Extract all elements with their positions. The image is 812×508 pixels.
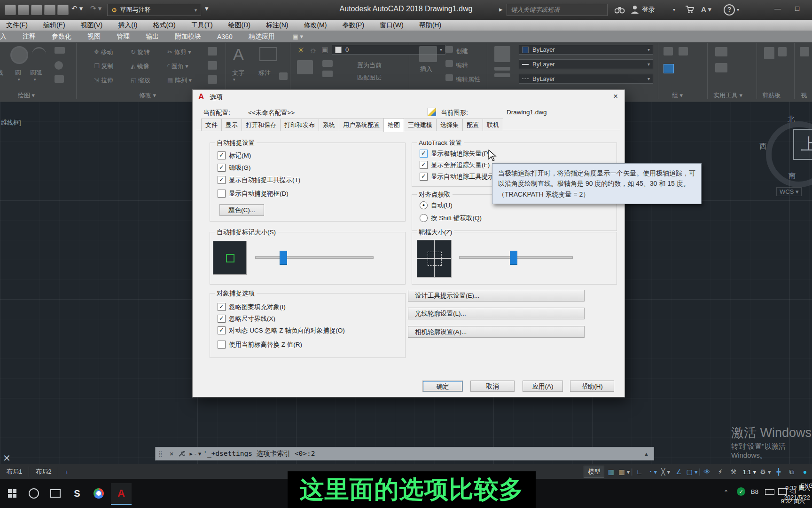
menu-edit[interactable]: 编辑(E) bbox=[37, 21, 75, 30]
viewcube-north[interactable]: 北 bbox=[788, 115, 795, 124]
viewcube-up-face[interactable]: 上 bbox=[793, 129, 812, 160]
model-space-button[interactable]: 模型 bbox=[584, 466, 604, 478]
line-tool-label[interactable]: 线 bbox=[0, 69, 3, 77]
fillet-tool[interactable]: ◜ 圆角 ▾ bbox=[167, 62, 188, 71]
ungroup-icon[interactable] bbox=[679, 47, 688, 56]
magnet-checkbox[interactable]: ✓ bbox=[218, 164, 226, 172]
design-tooltip-settings-button[interactable]: 设计工具提示设置(E)... bbox=[408, 290, 585, 302]
menu-modify[interactable]: 修改(M) bbox=[297, 21, 336, 30]
circle-tool-label[interactable]: 圆 bbox=[15, 69, 21, 77]
object-snap-tracking-icon[interactable]: ∠ bbox=[673, 467, 685, 477]
viewcube-west[interactable]: 西 bbox=[759, 142, 766, 151]
autoscale-icon[interactable]: ⚡ bbox=[714, 467, 726, 477]
measure-icon[interactable] bbox=[715, 47, 727, 56]
menu-view[interactable]: 视图(V) bbox=[75, 21, 112, 30]
tab-user-preferences[interactable]: 用户系统配置 bbox=[339, 119, 384, 131]
dimension-tool-icon[interactable] bbox=[259, 47, 277, 61]
layer-isolate-icon[interactable] bbox=[322, 71, 333, 77]
draw-panel-label[interactable]: 绘图 ▾ bbox=[18, 91, 35, 100]
trim-tool[interactable]: ✂ 修剪 ▾ bbox=[167, 48, 191, 56]
menu-tools[interactable]: 工具(T) bbox=[185, 21, 222, 30]
polar-tracking-icon[interactable]: ◔ ▾ bbox=[647, 467, 659, 477]
help-chevron-icon[interactable]: ▾ bbox=[737, 7, 739, 12]
autosnap-tooltip-checkbox[interactable]: ✓ bbox=[218, 176, 226, 184]
marker-size-slider-thumb[interactable] bbox=[280, 251, 287, 265]
menu-file[interactable]: 文件(F) bbox=[0, 21, 37, 30]
ribbon-tab-output[interactable]: 输出 bbox=[141, 32, 170, 41]
copy-tool[interactable]: ❐ 复制 bbox=[94, 62, 113, 71]
rectangle-tool-icon[interactable] bbox=[55, 47, 65, 54]
viewcube-south[interactable]: 南 bbox=[789, 171, 796, 180]
tab-profiles[interactable]: 配置 bbox=[462, 119, 483, 131]
ignore-hatch-checkbox[interactable]: ✓ bbox=[218, 303, 226, 311]
menu-draw[interactable]: 绘图(D) bbox=[222, 21, 260, 30]
tab-selection[interactable]: 选择集 bbox=[436, 119, 463, 131]
layout2-tab[interactable]: 布局2 bbox=[29, 467, 58, 477]
cancel-button[interactable]: 取消 bbox=[470, 381, 515, 392]
autotrack-tooltip-checkbox[interactable]: ✓ bbox=[420, 173, 428, 181]
replace-z-checkbox[interactable] bbox=[218, 341, 226, 349]
auto-radio[interactable]: ● bbox=[420, 201, 428, 209]
ribbon-tab-insert[interactable]: 插入 bbox=[0, 32, 18, 41]
tab-online[interactable]: 联机 bbox=[483, 119, 503, 131]
mirror-tool[interactable]: ◭ 镜像 bbox=[131, 62, 149, 71]
menu-dimension[interactable]: 标注(N) bbox=[260, 21, 297, 30]
tab-drafting[interactable]: 绘图 bbox=[383, 118, 404, 132]
layer-properties-icon[interactable] bbox=[297, 60, 313, 74]
start-button[interactable] bbox=[2, 483, 23, 504]
clean-screen-icon[interactable]: ● bbox=[799, 467, 811, 477]
menu-insert[interactable]: 插入(I) bbox=[112, 21, 147, 30]
command-close-icon[interactable]: × bbox=[170, 450, 174, 458]
lineweight-icon[interactable] bbox=[494, 67, 510, 71]
marker-checkbox[interactable]: ✓ bbox=[218, 151, 226, 159]
maximize-button[interactable]: □ bbox=[795, 4, 799, 12]
grid-display-icon[interactable]: ▦ bbox=[605, 467, 617, 477]
light-glyph-settings-button[interactable]: 光线轮廓设置(L)... bbox=[408, 308, 585, 319]
ribbon-tab-addins[interactable]: 附加模块 bbox=[170, 32, 212, 41]
erase-tool-icon[interactable] bbox=[208, 47, 217, 56]
fullscreen-tracking-checkbox[interactable]: ✓ bbox=[420, 161, 428, 169]
annotation-visibility-icon[interactable]: 👁 bbox=[701, 467, 713, 477]
minimize-button[interactable]: — bbox=[774, 5, 781, 12]
layer-freeze-icon[interactable]: ☼ bbox=[309, 45, 317, 55]
help-button[interactable]: 帮助(H) bbox=[570, 381, 614, 392]
scale-tool[interactable]: ◱ 缩放 bbox=[131, 76, 150, 85]
help-icon[interactable]: ? bbox=[724, 4, 735, 16]
ribbon-tab-parametric[interactable]: 参数化 bbox=[47, 32, 83, 41]
ok-button[interactable]: 确定 bbox=[422, 381, 463, 392]
circle-tool-icon[interactable] bbox=[10, 46, 28, 64]
new-layout-tab[interactable]: + bbox=[58, 467, 75, 477]
annotation-monitor-icon[interactable]: ╋ bbox=[773, 467, 785, 477]
command-grip-icon[interactable]: ⣿ bbox=[158, 451, 163, 457]
group-panel-label[interactable]: 组 ▾ bbox=[672, 91, 683, 100]
edit-attr-label[interactable]: 编辑属性 bbox=[456, 75, 480, 84]
wrench-icon[interactable] bbox=[178, 450, 185, 458]
create-block-label[interactable]: 创建 bbox=[456, 47, 468, 56]
text-tool-icon[interactable]: A bbox=[233, 45, 244, 64]
marker-size-slider-track[interactable] bbox=[255, 256, 374, 259]
tab-display[interactable]: 显示 bbox=[221, 119, 242, 131]
sign-in-link[interactable]: 登录 bbox=[642, 6, 655, 14]
command-line-bar[interactable]: ⣿ × ▸ - ▾ '_+dsettings 选项卡索引 <0>:2 ▲ bbox=[155, 447, 654, 460]
tab-3d-modeling[interactable]: 三维建模 bbox=[404, 119, 437, 131]
cart-icon[interactable] bbox=[685, 5, 695, 14]
layer-off-icon[interactable] bbox=[322, 60, 333, 67]
autocad-taskbar-icon[interactable]: A bbox=[111, 483, 132, 505]
colors-button[interactable]: 颜色(C)... bbox=[219, 204, 264, 216]
linetype-dropdown[interactable]: ByLayer ▾ bbox=[519, 74, 653, 84]
user-icon[interactable] bbox=[631, 5, 639, 14]
ribbon-tab-view[interactable]: 视图 bbox=[83, 32, 112, 41]
tray-app-icon[interactable]: B8 bbox=[751, 488, 758, 495]
ribbon-tab-annotate[interactable]: 注释 bbox=[18, 32, 47, 41]
insert-block-icon[interactable] bbox=[419, 46, 437, 62]
text-tool-label[interactable]: 文字 bbox=[232, 69, 244, 77]
menu-help[interactable]: 帮助(H) bbox=[413, 21, 451, 30]
lineweight-dropdown[interactable]: ByLayer ▾ bbox=[519, 59, 653, 69]
menu-format[interactable]: 格式(O) bbox=[147, 21, 185, 30]
apply-button[interactable]: 应用(A) bbox=[523, 381, 563, 392]
workspace-gear-icon[interactable]: ⚙ ▾ bbox=[759, 467, 772, 477]
taskbar-clock[interactable]: 9:32 周六 2021/5/22 bbox=[769, 484, 810, 502]
sign-in-chevron-icon[interactable]: ▾ bbox=[673, 7, 675, 12]
dynamic-ucs-checkbox[interactable]: ✓ bbox=[218, 326, 226, 334]
insert-block-label[interactable]: 插入 bbox=[420, 65, 432, 73]
